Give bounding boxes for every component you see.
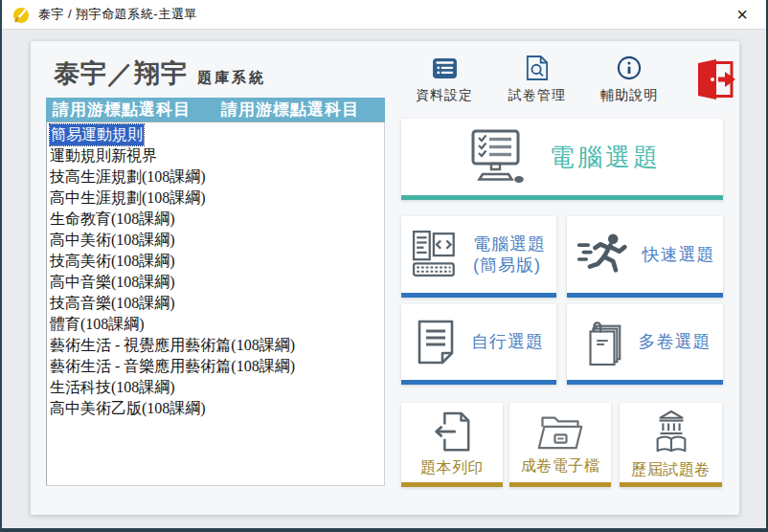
exam-efile-button[interactable]: 成卷電子檔 — [509, 403, 611, 487]
manual-select-label: 自行選題 — [471, 331, 544, 353]
subject-item[interactable]: 高中美術(108課綱) — [50, 230, 384, 251]
subject-item[interactable]: 生命教育(108課綱) — [50, 209, 384, 230]
exam-management-label: 試卷管理 — [508, 87, 566, 104]
subject-item[interactable]: 技高音樂(108課綱) — [50, 293, 384, 314]
brand-header: 泰宇／翔宇 題庫系統 — [54, 56, 266, 91]
quick-select-button[interactable]: 快速選題 — [567, 216, 723, 298]
subject-item[interactable]: 運動規則新視界 — [50, 145, 384, 166]
app-logo-icon — [11, 5, 31, 24]
subject-listbox[interactable]: 簡易運動規則 運動規則新視界 技高生涯規劃(108課綱) 高中生涯規劃(108課… — [46, 122, 385, 486]
multi-select-button[interactable]: 多卷選題 — [567, 304, 723, 385]
subject-list-header-left: 請用游標點選科目 — [53, 99, 191, 121]
subject-item[interactable]: 生活科技(108課綱) — [50, 377, 384, 398]
subject-item[interactable]: 體育(108課綱) — [50, 314, 384, 335]
subject-item[interactable]: 高中美術乙版(108課綱) — [50, 398, 384, 419]
bank-book-icon — [650, 410, 692, 455]
manual-select-button[interactable]: 自行選題 — [401, 304, 556, 385]
computer-select-button[interactable]: 電腦選題 — [401, 119, 723, 200]
multi-select-label: 多卷選題 — [639, 331, 712, 353]
data-settings-button[interactable]: 資料設定 — [416, 55, 473, 104]
help-info-icon — [617, 55, 642, 81]
subject-item[interactable]: 高中音樂(108課綱) — [50, 272, 384, 293]
computer-select-simple-label: 電腦選題(簡易版) — [473, 233, 546, 277]
exit-door-icon — [693, 57, 737, 101]
brand-title: 泰宇／翔宇 — [54, 56, 188, 91]
subject-item-selected[interactable]: 簡易運動規則 — [50, 124, 384, 145]
subject-item[interactable]: 技高美術(108課綱) — [50, 251, 384, 272]
subject-item[interactable]: 高中生涯規劃(108課綱) — [50, 188, 384, 209]
quick-select-label: 快速選題 — [643, 244, 715, 266]
help-label: 輔助說明 — [600, 87, 658, 104]
computer-checklist-icon — [463, 129, 527, 185]
app-window: 泰宇 / 翔宇命題系統-主選單 × 泰宇／翔宇 題庫系統 — [0, 0, 768, 532]
subject-item[interactable]: 藝術生活 - 音樂應用藝術篇(108課綱) — [50, 356, 384, 377]
doc-code-keyboard-icon — [412, 230, 462, 279]
subject-item[interactable]: 藝術生活 - 視覺應用藝術篇(108課綱) — [50, 335, 384, 356]
toolbar: 資料設定 試卷管理 — [416, 55, 737, 104]
subject-list-header: 請用游標點選科目 請用游標點選科目 — [46, 98, 385, 122]
data-settings-icon — [432, 55, 458, 81]
brand-subtitle: 題庫系統 — [197, 69, 266, 87]
computer-select-simple-button[interactable]: 電腦選題(簡易版) — [401, 216, 556, 298]
data-settings-label: 資料設定 — [416, 87, 473, 104]
past-exams-button[interactable]: 歷屆試題卷 — [620, 403, 722, 487]
document-lines-icon — [414, 319, 458, 366]
page-export-arrow-icon — [430, 411, 474, 454]
print-booklet-button[interactable]: 題本列印 — [401, 403, 503, 487]
exam-efile-label: 成卷電子檔 — [521, 456, 600, 477]
exam-management-icon — [526, 55, 549, 81]
exit-button[interactable] — [693, 57, 737, 101]
main-panel: 泰宇／翔宇 題庫系統 資料設定 — [31, 41, 739, 515]
close-button[interactable]: × — [728, 2, 757, 27]
title-bar: 泰宇 / 翔宇命題系統-主選單 × — [2, 0, 766, 30]
print-booklet-label: 題本列印 — [420, 458, 484, 478]
past-exams-label: 歷屆試題卷 — [631, 460, 711, 480]
exam-management-button[interactable]: 試卷管理 — [508, 55, 566, 104]
runner-icon — [576, 233, 629, 277]
help-button[interactable]: 輔助說明 — [600, 55, 658, 104]
window-title: 泰宇 / 翔宇命題系統-主選單 — [38, 6, 197, 23]
subject-item[interactable]: 技高生涯規劃(108課綱) — [50, 166, 384, 188]
computer-select-label: 電腦選題 — [550, 141, 661, 174]
open-folder-icon — [536, 412, 584, 452]
stacked-papers-icon — [579, 319, 625, 366]
subject-list-header-right: 請用游標點選科目 — [221, 99, 359, 121]
